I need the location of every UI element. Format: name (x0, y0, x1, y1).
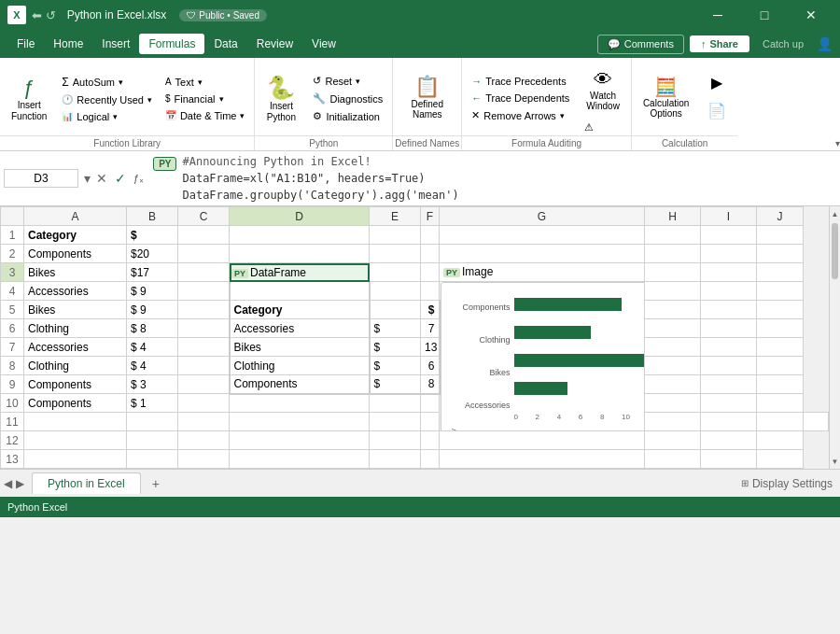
formula-content[interactable]: #Announcing Python in Excel! DataFrame=x… (182, 153, 836, 204)
vertical-scrollbar[interactable]: ▲ ▼ (829, 206, 840, 469)
cell-H9[interactable] (645, 375, 701, 394)
cell-J10[interactable] (757, 394, 804, 413)
trace-precedents-button[interactable]: → Trace Precedents (466, 74, 575, 89)
cell-F11[interactable] (421, 413, 440, 431)
cell-B10[interactable]: $ 1 (127, 394, 178, 413)
scroll-thumb[interactable] (832, 223, 838, 279)
maximize-button[interactable]: □ (743, 0, 786, 30)
cell-F2[interactable] (421, 245, 440, 263)
reset-dropdown-icon[interactable]: ▾ (356, 77, 360, 86)
diagnostics-button[interactable]: 🔧 Diagnostics (307, 91, 388, 106)
cell-H1[interactable] (645, 226, 701, 245)
confirm-formula-icon[interactable]: ✓ (115, 171, 126, 186)
cell-I1[interactable] (701, 226, 757, 245)
cell-B8[interactable]: $ 4 (127, 357, 178, 375)
sheet-next-button[interactable]: ▶ (16, 477, 24, 490)
cell-G4[interactable]: Components Clothing Bikes Accessories (440, 282, 645, 431)
comments-button[interactable]: 💬 Comments (597, 35, 684, 54)
cell-E5[interactable] (370, 301, 421, 319)
cell-F12[interactable] (421, 431, 440, 450)
cell-D1[interactable] (230, 226, 370, 245)
cell-E11[interactable] (370, 413, 421, 431)
sheet-prev-button[interactable]: ◀ (4, 477, 12, 490)
cell-C5[interactable] (178, 301, 230, 319)
cell-J3[interactable] (757, 263, 804, 282)
cell-I7[interactable] (701, 338, 757, 357)
cell-F13[interactable] (421, 450, 440, 469)
col-C-header[interactable]: C (178, 207, 230, 226)
cell-A6[interactable]: Clothing (24, 319, 127, 338)
date-time-button[interactable]: 📅 Date & Time ▾ (160, 108, 251, 123)
col-B-header[interactable]: B (127, 207, 178, 226)
autosum-button[interactable]: Σ AutoSum ▾ (56, 74, 158, 91)
cell-E10[interactable] (370, 394, 421, 413)
cell-I2[interactable] (701, 245, 757, 263)
cell-J11[interactable] (804, 413, 829, 431)
col-H-header[interactable]: H (645, 207, 701, 226)
calc-sheet-button[interactable]: 📄 (700, 98, 734, 124)
cell-H11[interactable] (701, 413, 757, 431)
cell-C13[interactable] (178, 450, 230, 469)
cell-G2[interactable] (440, 245, 645, 263)
cell-F3[interactable] (421, 263, 440, 282)
cell-J2[interactable] (757, 245, 804, 263)
quick-access[interactable]: ⬅ ↺ (32, 8, 56, 22)
cell-reference-input[interactable] (4, 169, 78, 188)
cell-A3[interactable]: Bikes (24, 263, 127, 282)
cell-D6[interactable]: Accessories (230, 319, 370, 338)
cell-A10[interactable]: Components (24, 394, 127, 413)
cell-E4[interactable] (370, 282, 421, 301)
cell-D11[interactable] (230, 413, 370, 431)
cell-H5[interactable] (645, 301, 701, 319)
cell-J8[interactable] (757, 357, 804, 375)
text-dropdown-icon[interactable]: ▾ (198, 77, 203, 87)
cell-B2[interactable]: $20 (127, 245, 178, 263)
menu-review[interactable]: Review (247, 34, 302, 54)
cell-D12[interactable] (230, 431, 370, 450)
cell-D2[interactable] (230, 245, 370, 263)
cell-E3[interactable] (370, 263, 421, 282)
menu-insert[interactable]: Insert (92, 34, 139, 54)
user-icon[interactable]: 👤 (817, 36, 833, 51)
cell-C7[interactable] (178, 338, 230, 357)
watch-window-button[interactable]: 👁 WatchWindow (579, 62, 627, 118)
cell-I11[interactable] (757, 413, 804, 431)
cell-J13[interactable] (757, 450, 804, 469)
cell-B11[interactable] (127, 413, 178, 431)
cell-H12[interactable] (645, 431, 701, 450)
ribbon-expand[interactable]: ▾ (827, 58, 840, 150)
cell-C8[interactable] (178, 357, 230, 375)
cell-H4[interactable] (645, 282, 701, 301)
cell-I10[interactable] (701, 394, 757, 413)
cell-A9[interactable]: Components (24, 375, 127, 394)
cell-C4[interactable] (178, 282, 230, 301)
reset-button[interactable]: ↺ Reset ▾ (307, 73, 388, 89)
cell-I12[interactable] (701, 431, 757, 450)
cell-J6[interactable] (757, 319, 804, 338)
cell-B4[interactable]: $ 9 (127, 282, 178, 301)
cell-C11[interactable] (178, 413, 230, 431)
cell-E6[interactable]: $ (370, 319, 421, 338)
cell-E7[interactable]: $ (370, 338, 421, 357)
cell-H2[interactable] (645, 245, 701, 263)
cell-B5[interactable]: $ 9 (127, 301, 178, 319)
cancel-formula-icon[interactable]: ✕ (96, 171, 107, 186)
cell-D4[interactable] (230, 282, 370, 301)
cell-G12[interactable] (440, 431, 645, 450)
cell-E8[interactable]: $ (370, 357, 421, 375)
cell-A2[interactable]: Components (24, 245, 127, 263)
cell-D13[interactable] (230, 450, 370, 469)
financial-button[interactable]: $ Financial ▾ (160, 92, 251, 106)
col-E-header[interactable]: E (370, 207, 421, 226)
display-settings-label[interactable]: Display Settings (752, 477, 833, 490)
cell-H7[interactable] (645, 338, 701, 357)
cell-A7[interactable]: Accessories (24, 338, 127, 357)
minimize-button[interactable]: ─ (696, 0, 739, 30)
scroll-down-button[interactable]: ▼ (830, 454, 840, 469)
cell-A13[interactable] (24, 450, 127, 469)
cell-F4[interactable] (421, 282, 440, 301)
cell-G11[interactable] (645, 413, 701, 431)
cell-C12[interactable] (178, 431, 230, 450)
share-button[interactable]: ↑ Share (690, 35, 749, 52)
cell-H13[interactable] (645, 450, 701, 469)
